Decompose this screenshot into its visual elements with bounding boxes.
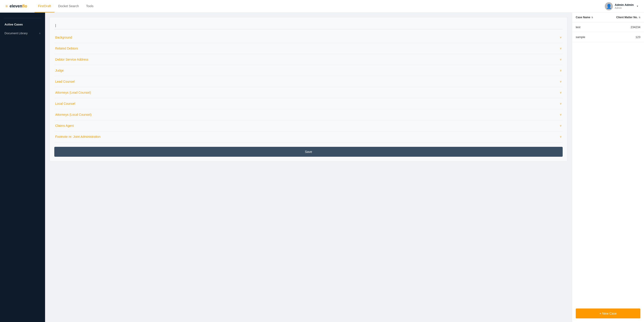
accordion-header-background[interactable]: Background ∨ (54, 32, 563, 43)
accordion-chevron-related-debtors: ∨ (560, 47, 562, 50)
accordion-item-judge: Judge ∨ (54, 65, 563, 76)
accordion-item-local-counsel: Local Counsel ∨ (54, 98, 563, 109)
user-info: Admin Admin Admin (615, 3, 634, 9)
accordion-header-local-counsel[interactable]: Local Counsel ∨ (54, 98, 563, 109)
sidebar-item-document-library[interactable]: Document Library ∧ (0, 29, 45, 38)
accordion-item-related-debtors: Related Debtors ∨ (54, 43, 563, 54)
table-row[interactable]: test 234234 (572, 22, 644, 32)
save-button[interactable]: Save (54, 147, 563, 157)
accordion-label-attorneys-lead-counsel: Attorneys (Lead Counsel) (55, 91, 91, 94)
top-nav: ≡ elevenflo FirstDraft Docket Search Too… (0, 0, 644, 12)
sidebar-item-active-cases[interactable]: Active Cases (0, 20, 45, 29)
accordion-item-attorneys-lead-counsel: Attorneys (Lead Counsel) ∨ (54, 87, 563, 98)
accordion-header-judge[interactable]: Judge ∨ (54, 65, 563, 76)
col-matter-no-label: Client Matter No. (616, 16, 638, 19)
sidebar: Active Cases Document Library ∧ (0, 12, 45, 322)
accordion-header-attorneys-lead-counsel[interactable]: Attorneys (Lead Counsel) ∨ (54, 87, 563, 98)
logo-icon: ≡ (6, 4, 8, 8)
new-case-button[interactable]: + New Case (576, 309, 640, 319)
accordion-chevron-attorneys-local-counsel: ∨ (560, 113, 562, 116)
logo-text: elevenflo (10, 4, 27, 8)
cases-table: Case Name ⇅ Client Matter No. ⇅ test 234… (572, 12, 644, 305)
accordion-chevron-lead-counsel: ∨ (560, 80, 562, 83)
accordion-chevron-debtor-service-address: ∨ (560, 58, 562, 61)
tab-tools[interactable]: Tools (82, 0, 97, 12)
accordion-label-background: Background (55, 35, 72, 39)
col-header-matter-no[interactable]: Client Matter No. ⇅ (616, 16, 640, 19)
logo: ≡ elevenflo (6, 4, 27, 8)
user-dropdown-arrow[interactable]: ▼ (636, 5, 638, 7)
form-panel: Background ∨ Related Debtors ∨ Debtor Se… (45, 12, 572, 322)
accordion-chevron-footnote-joint-admin: ∨ (560, 135, 562, 138)
sidebar-document-library-label: Document Library (4, 31, 28, 35)
accordion-chevron-attorneys-lead-counsel: ∨ (560, 91, 562, 94)
accordion-header-related-debtors[interactable]: Related Debtors ∨ (54, 43, 563, 54)
accordion-header-debtor-service-address[interactable]: Debtor Service Address ∨ (54, 54, 563, 65)
sidebar-active-cases-label: Active Cases (4, 23, 23, 26)
content-area: Background ∨ Related Debtors ∨ Debtor Se… (45, 12, 644, 322)
table-header: Case Name ⇅ Client Matter No. ⇅ (572, 12, 644, 22)
accordion-item-claims-agent: Claims Agent ∨ (54, 120, 563, 131)
logo-accent: flo (22, 4, 27, 8)
case-name-input[interactable] (54, 22, 563, 29)
nav-left: ≡ elevenflo FirstDraft Docket Search Too… (6, 0, 97, 12)
col-case-name-label: Case Name (576, 16, 590, 19)
accordion-item-attorneys-local-counsel: Attorneys (Local Counsel) ∨ (54, 109, 563, 120)
accordion-header-claims-agent[interactable]: Claims Agent ∨ (54, 120, 563, 131)
nav-right: 👤 Admin Admin Admin ▼ (605, 2, 638, 10)
case-matter-cell: 234234 (631, 25, 640, 29)
accordion-list: Background ∨ Related Debtors ∨ Debtor Se… (54, 32, 563, 142)
sidebar-document-library-chevron: ∧ (39, 32, 40, 34)
case-name-cell: sample (576, 35, 585, 39)
form-container: Background ∨ Related Debtors ∨ Debtor Se… (50, 17, 568, 161)
accordion-label-lead-counsel: Lead Counsel (55, 80, 74, 83)
accordion-item-background: Background ∨ (54, 32, 563, 43)
cases-rows: test 234234 sample 123 (572, 22, 644, 42)
col-header-case-name[interactable]: Case Name ⇅ (576, 16, 593, 19)
user-avatar-icon: 👤 (606, 3, 612, 9)
accordion-label-footnote-joint-admin: Footnote re: Joint Administration (55, 135, 100, 138)
accordion-label-judge: Judge (55, 69, 64, 72)
accordion-label-related-debtors: Related Debtors (55, 47, 78, 50)
matter-no-sort-icon: ⇅ (638, 16, 640, 19)
accordion-chevron-background: ∨ (560, 36, 562, 39)
accordion-header-attorneys-local-counsel[interactable]: Attorneys (Local Counsel) ∨ (54, 109, 563, 120)
accordion-item-debtor-service-address: Debtor Service Address ∨ (54, 54, 563, 65)
accordion-item-footnote-joint-admin: Footnote re: Joint Administration ∨ (54, 131, 563, 142)
accordion-item-lead-counsel: Lead Counsel ∨ (54, 76, 563, 87)
case-matter-cell: 123 (636, 35, 640, 39)
accordion-label-local-counsel: Local Counsel (55, 102, 75, 105)
tab-firstdraft[interactable]: FirstDraft (34, 0, 55, 12)
table-row[interactable]: sample 123 (572, 32, 644, 42)
accordion-label-debtor-service-address: Debtor Service Address (55, 58, 88, 61)
accordion-header-lead-counsel[interactable]: Lead Counsel ∨ (54, 76, 563, 87)
accordion-chevron-claims-agent: ∨ (560, 124, 562, 127)
accordion-header-footnote-joint-admin[interactable]: Footnote re: Joint Administration ∨ (54, 131, 563, 142)
accordion-label-attorneys-local-counsel: Attorneys (Local Counsel) (55, 113, 92, 116)
right-panel: Case Name ⇅ Client Matter No. ⇅ test 234… (572, 12, 644, 322)
main-layout: Active Cases Document Library ∧ Backgrou… (0, 12, 644, 322)
user-role: Admin (615, 6, 634, 9)
sidebar-divider (4, 18, 42, 18)
avatar: 👤 (605, 2, 613, 10)
nav-tabs: FirstDraft Docket Search Tools (34, 0, 97, 12)
accordion-chevron-judge: ∨ (560, 69, 562, 72)
user-name: Admin Admin (615, 3, 634, 6)
case-name-cell: test (576, 25, 580, 29)
accordion-label-claims-agent: Claims Agent (55, 124, 74, 127)
tab-docket-search[interactable]: Docket Search (54, 0, 82, 12)
case-name-sort-icon: ⇅ (591, 16, 593, 19)
accordion-chevron-local-counsel: ∨ (560, 102, 562, 105)
